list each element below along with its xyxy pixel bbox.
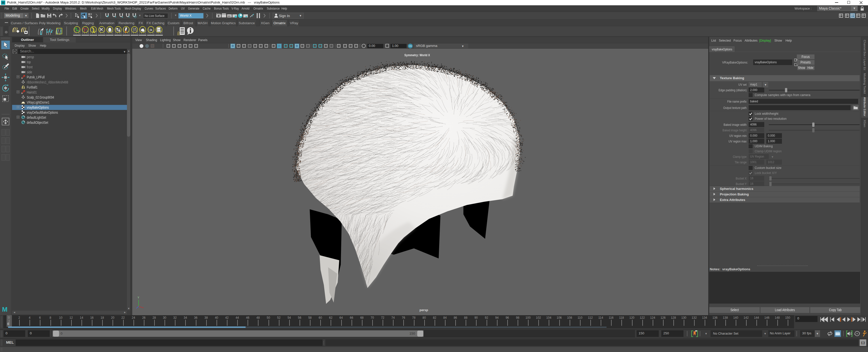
svg-text:Y: Y [137,296,139,299]
svg-text:</>: </> [157,29,160,31]
svg-text:IPR: IPR [228,15,231,17]
